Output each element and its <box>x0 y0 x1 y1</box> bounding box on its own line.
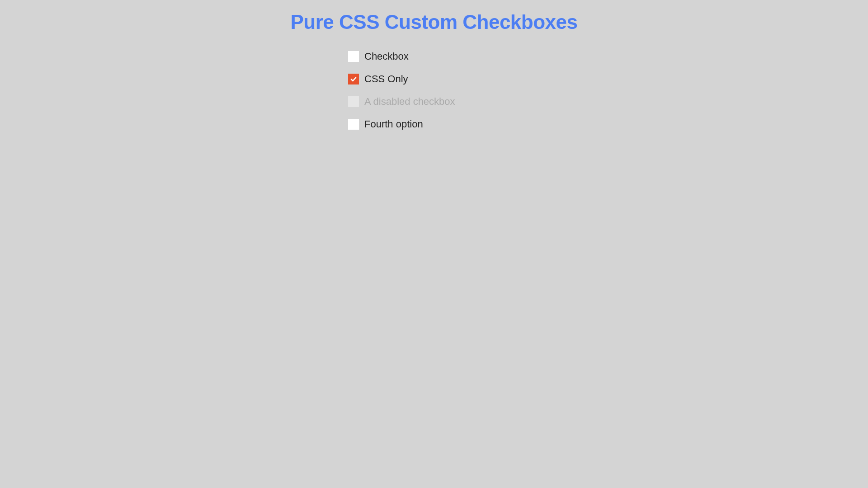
checkbox-label-0[interactable]: Checkbox <box>364 51 409 62</box>
checkbox-label-1[interactable]: CSS Only <box>364 73 408 85</box>
check-icon <box>350 76 357 82</box>
checkbox-list: Checkbox CSS Only A disabled checkbox Fo… <box>348 45 520 136</box>
checkbox-row-0[interactable]: Checkbox <box>348 45 520 68</box>
checkbox-box-3[interactable] <box>348 119 359 130</box>
checkbox-label-3[interactable]: Fourth option <box>364 118 423 130</box>
checkbox-box-2 <box>348 96 359 107</box>
checkbox-row-3[interactable]: Fourth option <box>348 113 520 136</box>
page-title: Pure CSS Custom Checkboxes <box>0 0 868 33</box>
checkbox-box-0[interactable] <box>348 51 359 62</box>
checkbox-label-2: A disabled checkbox <box>364 96 455 108</box>
checkbox-row-2: A disabled checkbox <box>348 90 520 113</box>
checkbox-row-1[interactable]: CSS Only <box>348 68 520 90</box>
checkbox-box-1[interactable] <box>348 74 359 84</box>
